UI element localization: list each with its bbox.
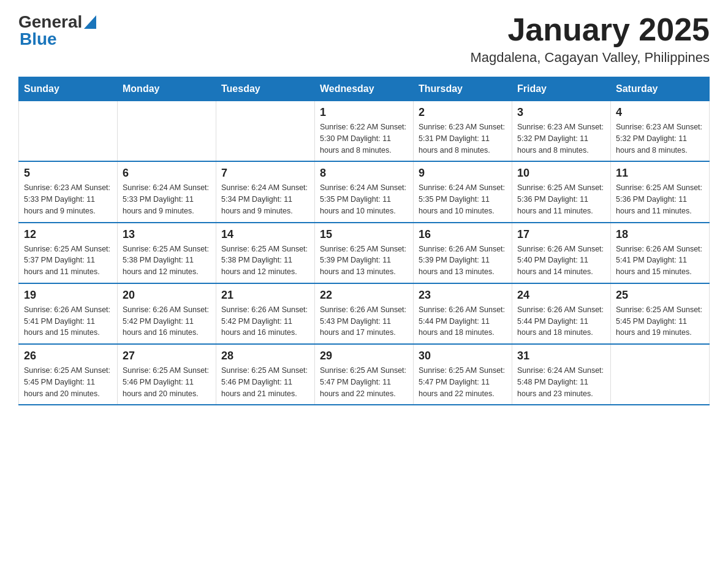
day-number: 16	[419, 228, 507, 241]
header-day-monday: Monday	[118, 77, 216, 101]
calendar-week-row: 12Sunrise: 6:25 AM Sunset: 5:37 PM Dayli…	[19, 223, 710, 283]
day-info: Sunrise: 6:25 AM Sunset: 5:39 PM Dayligh…	[320, 243, 408, 278]
day-info: Sunrise: 6:25 AM Sunset: 5:47 PM Dayligh…	[419, 365, 507, 399]
calendar-cell: 14Sunrise: 6:25 AM Sunset: 5:38 PM Dayli…	[216, 223, 315, 283]
logo-blue-text: Blue	[20, 29, 57, 49]
day-number: 14	[221, 228, 309, 241]
calendar-cell: 3Sunrise: 6:23 AM Sunset: 5:32 PM Daylig…	[512, 101, 611, 162]
day-info: Sunrise: 6:23 AM Sunset: 5:32 PM Dayligh…	[616, 121, 704, 156]
day-number: 12	[24, 228, 112, 241]
day-number: 31	[517, 350, 605, 362]
calendar-cell: 19Sunrise: 6:26 AM Sunset: 5:41 PM Dayli…	[19, 283, 118, 344]
day-info: Sunrise: 6:25 AM Sunset: 5:38 PM Dayligh…	[123, 243, 211, 278]
calendar-cell: 17Sunrise: 6:26 AM Sunset: 5:40 PM Dayli…	[512, 223, 611, 283]
day-number: 8	[320, 167, 408, 180]
logo-triangle-icon	[84, 15, 96, 29]
day-info: Sunrise: 6:26 AM Sunset: 5:43 PM Dayligh…	[320, 304, 408, 339]
calendar-cell: 12Sunrise: 6:25 AM Sunset: 5:37 PM Dayli…	[19, 223, 118, 283]
calendar-cell: 26Sunrise: 6:25 AM Sunset: 5:45 PM Dayli…	[19, 344, 118, 405]
calendar-cell: 7Sunrise: 6:24 AM Sunset: 5:34 PM Daylig…	[216, 161, 315, 222]
day-number: 27	[123, 350, 211, 362]
calendar-cell	[118, 101, 216, 162]
header-day-tuesday: Tuesday	[216, 77, 315, 101]
calendar-cell: 4Sunrise: 6:23 AM Sunset: 5:32 PM Daylig…	[611, 101, 710, 162]
day-number: 11	[616, 167, 704, 180]
header-day-wednesday: Wednesday	[315, 77, 414, 101]
header-day-sunday: Sunday	[19, 77, 118, 101]
day-number: 2	[419, 106, 507, 119]
day-info: Sunrise: 6:25 AM Sunset: 5:46 PM Dayligh…	[123, 365, 211, 399]
day-number: 9	[419, 167, 507, 180]
calendar-cell: 5Sunrise: 6:23 AM Sunset: 5:33 PM Daylig…	[19, 161, 118, 222]
calendar-week-row: 19Sunrise: 6:26 AM Sunset: 5:41 PM Dayli…	[19, 283, 710, 344]
day-info: Sunrise: 6:26 AM Sunset: 5:44 PM Dayligh…	[517, 304, 605, 339]
calendar-title: January 2025	[470, 12, 710, 47]
calendar-cell: 27Sunrise: 6:25 AM Sunset: 5:46 PM Dayli…	[118, 344, 216, 405]
calendar-cell: 22Sunrise: 6:26 AM Sunset: 5:43 PM Dayli…	[315, 283, 414, 344]
svg-marker-0	[84, 15, 96, 29]
calendar-cell: 20Sunrise: 6:26 AM Sunset: 5:42 PM Dayli…	[118, 283, 216, 344]
day-info: Sunrise: 6:26 AM Sunset: 5:39 PM Dayligh…	[419, 243, 507, 278]
day-number: 4	[616, 106, 704, 119]
day-info: Sunrise: 6:25 AM Sunset: 5:45 PM Dayligh…	[24, 365, 112, 399]
day-info: Sunrise: 6:24 AM Sunset: 5:35 PM Dayligh…	[419, 182, 507, 216]
day-info: Sunrise: 6:25 AM Sunset: 5:46 PM Dayligh…	[221, 365, 309, 399]
calendar-week-row: 5Sunrise: 6:23 AM Sunset: 5:33 PM Daylig…	[19, 161, 710, 222]
day-number: 30	[419, 350, 507, 362]
calendar-cell: 2Sunrise: 6:23 AM Sunset: 5:31 PM Daylig…	[414, 101, 512, 162]
day-number: 15	[320, 228, 408, 241]
day-number: 1	[320, 106, 408, 119]
calendar-cell: 16Sunrise: 6:26 AM Sunset: 5:39 PM Dayli…	[414, 223, 512, 283]
day-number: 7	[221, 167, 309, 180]
calendar-cell: 10Sunrise: 6:25 AM Sunset: 5:36 PM Dayli…	[512, 161, 611, 222]
calendar-cell: 30Sunrise: 6:25 AM Sunset: 5:47 PM Dayli…	[414, 344, 512, 405]
day-number: 13	[123, 228, 211, 241]
calendar-cell	[611, 344, 710, 405]
day-info: Sunrise: 6:25 AM Sunset: 5:45 PM Dayligh…	[616, 304, 704, 339]
calendar-cell: 8Sunrise: 6:24 AM Sunset: 5:35 PM Daylig…	[315, 161, 414, 222]
day-number: 6	[123, 167, 211, 180]
day-info: Sunrise: 6:25 AM Sunset: 5:47 PM Dayligh…	[320, 365, 408, 399]
calendar-cell: 28Sunrise: 6:25 AM Sunset: 5:46 PM Dayli…	[216, 344, 315, 405]
day-info: Sunrise: 6:24 AM Sunset: 5:33 PM Dayligh…	[123, 182, 211, 216]
calendar-cell: 6Sunrise: 6:24 AM Sunset: 5:33 PM Daylig…	[118, 161, 216, 222]
title-section: January 2025 Magdalena, Cagayan Valley, …	[470, 12, 710, 66]
header-day-saturday: Saturday	[611, 77, 710, 101]
calendar-cell: 23Sunrise: 6:26 AM Sunset: 5:44 PM Dayli…	[414, 283, 512, 344]
day-number: 25	[616, 289, 704, 302]
calendar-subtitle: Magdalena, Cagayan Valley, Philippines	[470, 50, 710, 66]
day-info: Sunrise: 6:25 AM Sunset: 5:37 PM Dayligh…	[24, 243, 112, 278]
calendar-table: SundayMondayTuesdayWednesdayThursdayFrid…	[18, 77, 710, 405]
header-day-thursday: Thursday	[414, 77, 512, 101]
day-number: 17	[517, 228, 605, 241]
day-info: Sunrise: 6:24 AM Sunset: 5:35 PM Dayligh…	[320, 182, 408, 216]
calendar-cell: 21Sunrise: 6:26 AM Sunset: 5:42 PM Dayli…	[216, 283, 315, 344]
page-header: General Blue January 2025 Magdalena, Cag…	[18, 12, 710, 66]
day-number: 19	[24, 289, 112, 302]
calendar-week-row: 1Sunrise: 6:22 AM Sunset: 5:30 PM Daylig…	[19, 101, 710, 162]
day-info: Sunrise: 6:23 AM Sunset: 5:33 PM Dayligh…	[24, 182, 112, 216]
calendar-week-row: 26Sunrise: 6:25 AM Sunset: 5:45 PM Dayli…	[19, 344, 710, 405]
day-number: 28	[221, 350, 309, 362]
calendar-cell: 9Sunrise: 6:24 AM Sunset: 5:35 PM Daylig…	[414, 161, 512, 222]
day-number: 26	[24, 350, 112, 362]
calendar-cell: 11Sunrise: 6:25 AM Sunset: 5:36 PM Dayli…	[611, 161, 710, 222]
header-day-friday: Friday	[512, 77, 611, 101]
day-number: 23	[419, 289, 507, 302]
day-info: Sunrise: 6:26 AM Sunset: 5:44 PM Dayligh…	[419, 304, 507, 339]
day-number: 3	[517, 106, 605, 119]
day-info: Sunrise: 6:26 AM Sunset: 5:42 PM Dayligh…	[123, 304, 211, 339]
day-info: Sunrise: 6:24 AM Sunset: 5:34 PM Dayligh…	[221, 182, 309, 216]
day-number: 20	[123, 289, 211, 302]
calendar-cell: 1Sunrise: 6:22 AM Sunset: 5:30 PM Daylig…	[315, 101, 414, 162]
day-number: 29	[320, 350, 408, 362]
day-number: 21	[221, 289, 309, 302]
day-info: Sunrise: 6:25 AM Sunset: 5:38 PM Dayligh…	[221, 243, 309, 278]
day-number: 22	[320, 289, 408, 302]
logo: General Blue	[18, 12, 96, 49]
calendar-cell: 13Sunrise: 6:25 AM Sunset: 5:38 PM Dayli…	[118, 223, 216, 283]
calendar-cell: 29Sunrise: 6:25 AM Sunset: 5:47 PM Dayli…	[315, 344, 414, 405]
calendar-cell	[19, 101, 118, 162]
calendar-header-row: SundayMondayTuesdayWednesdayThursdayFrid…	[19, 77, 710, 101]
day-number: 10	[517, 167, 605, 180]
